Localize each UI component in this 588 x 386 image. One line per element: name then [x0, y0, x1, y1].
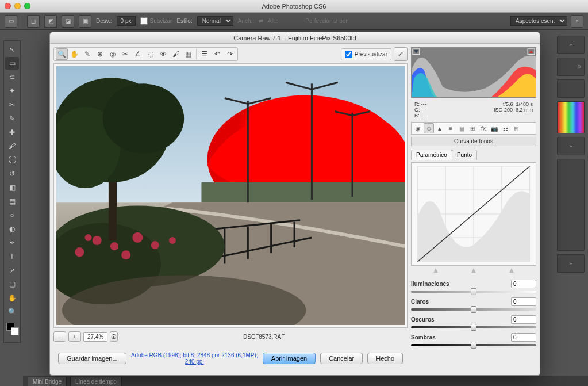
zoom-tool-icon[interactable]: 🔍: [5, 305, 19, 318]
tab-basic-icon[interactable]: ◉: [413, 123, 423, 133]
feather-value[interactable]: 0 px: [117, 16, 136, 26]
color-ramp[interactable]: [557, 101, 585, 133]
color-swatches[interactable]: [5, 323, 19, 340]
adjustment-brush-tool-icon[interactable]: 🖌: [170, 48, 182, 60]
panel-menu-icon[interactable]: »: [571, 15, 583, 28]
selection-mode-add-icon[interactable]: ◩: [44, 15, 57, 28]
dodge-tool-icon[interactable]: ◐: [5, 223, 19, 235]
history-brush-tool-icon[interactable]: ↺: [5, 167, 19, 180]
tab-split-toning-icon[interactable]: ▤: [456, 123, 467, 133]
selection-mode-intersect-icon[interactable]: ▣: [79, 15, 91, 28]
svg-point-32: [84, 234, 91, 241]
zoom-stepper-icon[interactable]: ⦿: [110, 331, 118, 342]
heal-tool-icon[interactable]: ✚: [5, 126, 19, 139]
zoom-value[interactable]: 27,4%: [83, 332, 107, 342]
refine-edge-label[interactable]: Perfeccionar bor.: [305, 18, 349, 24]
hand-tool-icon[interactable]: ✋: [5, 292, 19, 304]
cancel-button[interactable]: Cancelar: [320, 353, 363, 364]
hand-tool-icon[interactable]: ✋: [68, 48, 80, 60]
done-button[interactable]: Hecho: [367, 353, 403, 364]
spot-removal-tool-icon[interactable]: ◌: [144, 48, 156, 60]
workspace-select[interactable]: Aspectos esen.: [510, 16, 567, 26]
selection-mode-subtract-icon[interactable]: ◪: [62, 15, 74, 28]
zoom-in-button[interactable]: +: [68, 331, 81, 342]
crop-tool-icon[interactable]: ✂: [5, 98, 19, 111]
marquee-tool-icon[interactable]: ▭: [5, 57, 19, 70]
tab-timeline[interactable]: Línea de tiempo: [70, 377, 122, 386]
panel-value[interactable]: 0: [557, 58, 585, 76]
histogram[interactable]: [411, 47, 536, 98]
tab-camera-icon[interactable]: 📷: [489, 123, 499, 133]
lights-slider[interactable]: [411, 308, 536, 311]
lasso-tool-icon[interactable]: ⊂: [5, 71, 19, 83]
tab-mini-bridge[interactable]: Mini Bridge: [28, 377, 67, 386]
tab-presets-icon[interactable]: ☷: [500, 123, 510, 133]
curve-region-handles[interactable]: [411, 268, 536, 275]
eyedropper-tool-icon[interactable]: ✎: [5, 112, 19, 125]
fullscreen-toggle-icon[interactable]: ⤢: [394, 47, 408, 61]
minimize-window-icon[interactable]: [14, 3, 21, 9]
workflow-options-link[interactable]: Adobe RGB (1998); bit 8; 2848 por 2136 (…: [131, 352, 258, 365]
antialias-checkbox[interactable]: [140, 17, 148, 25]
preferences-icon[interactable]: ☰: [198, 48, 210, 60]
path-tool-icon[interactable]: ↗: [5, 264, 19, 277]
dialog-titlebar[interactable]: Camera Raw 7.1 – Fujifilm FinePix S6500f…: [50, 32, 540, 44]
eraser-tool-icon[interactable]: ◧: [5, 181, 19, 194]
tab-effects-icon[interactable]: fx: [478, 123, 489, 133]
gradient-tool-icon[interactable]: ▤: [5, 195, 19, 208]
pen-tool-icon[interactable]: ✒: [5, 236, 19, 249]
panel-strip[interactable]: [557, 159, 585, 251]
tab-snapshots-icon[interactable]: ⎘: [511, 123, 521, 133]
style-select[interactable]: Normal: [197, 16, 233, 26]
zoom-tool-icon[interactable]: 🔍: [56, 48, 68, 60]
lights-label: Claros: [411, 299, 508, 305]
subtab-parametric[interactable]: Paramétrico: [411, 150, 452, 160]
panel-strip[interactable]: [557, 79, 585, 98]
subtab-point[interactable]: Punto: [452, 150, 477, 160]
shadows-input[interactable]: [511, 333, 536, 342]
rotate-left-icon[interactable]: ↶: [211, 48, 223, 60]
shadows-slider[interactable]: [411, 344, 536, 346]
tone-curve[interactable]: [411, 162, 536, 266]
darks-slider[interactable]: [411, 326, 536, 328]
type-tool-icon[interactable]: T: [5, 250, 19, 263]
panel-strip[interactable]: »: [557, 36, 585, 54]
marquee-tool-icon[interactable]: ▭: [5, 15, 17, 28]
preview-area[interactable]: [53, 63, 408, 328]
section-title: Curva de tonos: [411, 137, 536, 146]
lights-input[interactable]: [511, 297, 536, 306]
targeted-adjust-tool-icon[interactable]: ◎: [106, 48, 118, 60]
preview-checkbox[interactable]: [345, 51, 352, 58]
close-window-icon[interactable]: [5, 3, 11, 9]
svg-point-28: [151, 241, 159, 249]
wand-tool-icon[interactable]: ✦: [5, 85, 19, 97]
darks-input[interactable]: [511, 315, 536, 324]
blur-tool-icon[interactable]: ○: [5, 209, 19, 221]
zoom-out-button[interactable]: −: [53, 331, 66, 342]
panel-strip[interactable]: »: [557, 254, 585, 273]
tab-tone-curve-icon[interactable]: ⦶: [424, 123, 434, 133]
panel-strip[interactable]: »: [557, 137, 585, 155]
shape-tool-icon[interactable]: ▢: [5, 278, 19, 291]
highlights-input[interactable]: [511, 280, 536, 288]
crop-tool-icon[interactable]: ✂: [119, 48, 131, 60]
color-sampler-tool-icon[interactable]: ⊕: [94, 48, 106, 60]
tab-detail-icon[interactable]: ▲: [435, 123, 445, 133]
tab-hsl-icon[interactable]: ≡: [445, 123, 456, 133]
straighten-tool-icon[interactable]: ∠: [132, 48, 144, 60]
save-image-button[interactable]: Guardar imagen...: [58, 353, 126, 364]
redeye-tool-icon[interactable]: 👁: [157, 48, 169, 60]
brush-tool-icon[interactable]: 🖌: [5, 140, 19, 152]
tools-panel: ↖ ▭ ⊂ ✦ ✂ ✎ ✚ 🖌 ⛶ ↺ ◧ ▤ ○ ◐ ✒ T ↗ ▢ ✋ 🔍: [3, 40, 21, 343]
maximize-window-icon[interactable]: [24, 3, 30, 9]
open-image-button[interactable]: Abrir imagen: [263, 353, 316, 364]
stamp-tool-icon[interactable]: ⛶: [5, 154, 19, 166]
move-tool-icon[interactable]: ↖: [5, 43, 19, 56]
preview-toggle[interactable]: Previsualizar: [341, 48, 391, 60]
highlights-slider[interactable]: [411, 291, 536, 293]
selection-mode-new-icon[interactable]: ◻: [27, 15, 40, 28]
tab-lens-icon[interactable]: ⊞: [467, 123, 478, 133]
rotate-right-icon[interactable]: ↷: [224, 48, 236, 60]
graduated-filter-tool-icon[interactable]: ▦: [182, 48, 194, 60]
white-balance-tool-icon[interactable]: ✎: [81, 48, 93, 60]
